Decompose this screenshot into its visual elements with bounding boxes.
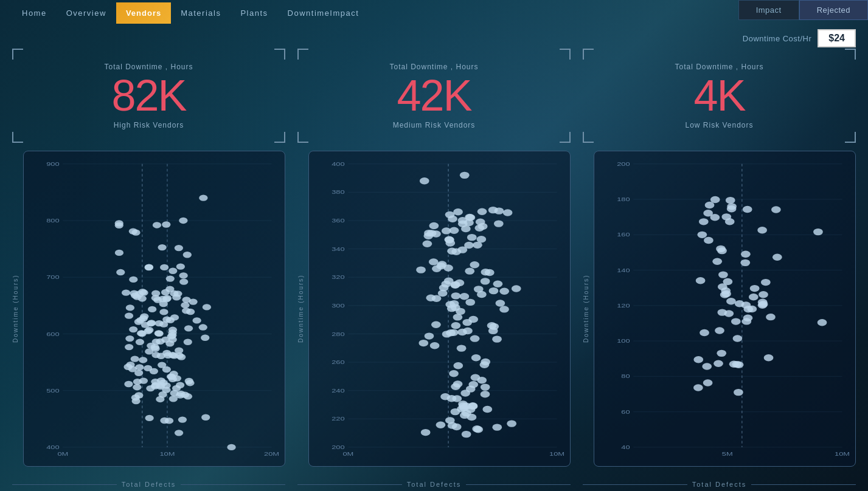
- svg-point-243: [451, 322, 460, 329]
- svg-point-301: [438, 290, 448, 297]
- svg-point-214: [492, 335, 502, 342]
- svg-point-292: [452, 424, 462, 430]
- svg-point-97: [125, 312, 133, 318]
- bracket-tl: [12, 49, 23, 60]
- svg-point-252: [430, 342, 440, 349]
- svg-point-387: [696, 277, 706, 284]
- svg-point-386: [699, 218, 709, 225]
- svg-point-134: [169, 371, 178, 377]
- svg-point-351: [764, 354, 774, 361]
- svg-point-105: [139, 357, 147, 363]
- nav-item-vendors[interactable]: Vendors: [116, 2, 171, 24]
- svg-point-118: [166, 317, 175, 323]
- svg-point-269: [474, 224, 484, 231]
- svg-point-137: [179, 278, 188, 284]
- charts-row: Downtime (Hours)9008007006005004000M10M2…: [12, 151, 856, 467]
- svg-point-128: [137, 330, 145, 336]
- svg-point-38: [169, 396, 178, 402]
- svg-point-150: [144, 264, 153, 270]
- svg-point-317: [468, 403, 478, 410]
- svg-point-401: [721, 213, 731, 220]
- svg-point-357: [726, 298, 736, 304]
- svg-point-364: [717, 247, 727, 254]
- svg-point-142: [168, 268, 177, 274]
- svg-text:380: 380: [332, 189, 344, 195]
- svg-point-71: [133, 384, 141, 390]
- bracket-bl: [12, 132, 23, 143]
- chart-container-low-risk: Downtime (Hours)200180160140120100806040…: [583, 151, 856, 467]
- svg-point-257: [450, 227, 459, 233]
- bottom-label-medium: Total Defects: [297, 481, 571, 488]
- svg-point-403: [713, 360, 723, 367]
- svg-point-377: [717, 350, 726, 357]
- svg-point-135: [156, 396, 164, 402]
- nav-item-downtimeimpact[interactable]: DowntimeImpact: [278, 2, 369, 24]
- svg-point-30: [129, 326, 137, 332]
- svg-point-166: [131, 292, 139, 298]
- svg-point-148: [176, 263, 185, 269]
- svg-point-163: [116, 269, 125, 275]
- svg-point-168: [179, 218, 187, 224]
- svg-point-233: [512, 285, 521, 292]
- svg-point-46: [203, 304, 211, 310]
- svg-point-299: [447, 248, 457, 255]
- svg-point-268: [459, 405, 469, 411]
- svg-point-60: [184, 325, 193, 331]
- svg-point-318: [471, 354, 481, 361]
- nav-item-materials[interactable]: Materials: [171, 2, 231, 24]
- svg-point-275: [481, 383, 490, 390]
- svg-point-129: [131, 355, 139, 362]
- svg-point-361: [710, 196, 720, 203]
- svg-point-311: [459, 293, 469, 300]
- svg-point-312: [485, 269, 495, 276]
- svg-point-209: [457, 345, 467, 351]
- bottom-labels: Total Defects Total Defects Total Defect…: [12, 481, 856, 488]
- svg-point-219: [493, 281, 503, 287]
- svg-point-395: [773, 254, 782, 261]
- kpi-panel-2: Total Downtime , Hours 4K Low Risk Vendo…: [583, 49, 856, 143]
- svg-point-280: [436, 422, 446, 428]
- svg-point-396: [693, 356, 703, 363]
- svg-point-254: [470, 335, 480, 342]
- bracket-br: [845, 132, 856, 143]
- svg-point-120: [151, 344, 159, 350]
- svg-point-136: [175, 348, 183, 354]
- svg-point-122: [125, 344, 133, 350]
- nav-item-plants[interactable]: Plants: [231, 2, 277, 24]
- svg-point-394: [758, 302, 768, 309]
- svg-point-157: [179, 272, 187, 278]
- svg-point-140: [115, 220, 123, 226]
- svg-point-303: [441, 281, 451, 287]
- svg-point-127: [170, 390, 178, 396]
- svg-point-352: [697, 232, 707, 238]
- svg-point-125: [132, 398, 141, 404]
- impact-button[interactable]: Impact: [738, 0, 799, 20]
- svg-point-399: [759, 291, 768, 298]
- svg-point-144: [175, 245, 183, 251]
- svg-point-210: [461, 225, 471, 232]
- svg-point-237: [481, 278, 490, 284]
- chart-inner-high-risk: 9008007006005004000M10M20M: [23, 151, 285, 467]
- svg-point-203: [432, 295, 442, 302]
- svg-point-124: [201, 414, 210, 421]
- svg-point-112: [151, 383, 159, 389]
- rejected-button[interactable]: Rejected: [799, 0, 868, 20]
- y-axis-label-low-risk: Downtime (Hours): [583, 151, 594, 467]
- svg-point-58: [126, 304, 134, 311]
- svg-point-221: [445, 211, 455, 218]
- svg-point-115: [168, 352, 177, 358]
- svg-point-360: [704, 237, 713, 244]
- svg-point-390: [743, 206, 752, 213]
- svg-point-310: [445, 236, 454, 243]
- cost-value[interactable]: $24: [818, 29, 856, 47]
- svg-point-123: [176, 382, 184, 388]
- svg-point-281: [423, 233, 433, 239]
- nav-item-home[interactable]: Home: [12, 2, 57, 24]
- svg-point-223: [423, 241, 432, 247]
- svg-point-146: [162, 221, 170, 227]
- svg-text:600: 600: [46, 331, 59, 337]
- svg-point-94: [136, 317, 145, 323]
- svg-point-44: [133, 379, 142, 385]
- svg-point-349: [749, 294, 759, 300]
- nav-item-overview[interactable]: Overview: [57, 2, 116, 24]
